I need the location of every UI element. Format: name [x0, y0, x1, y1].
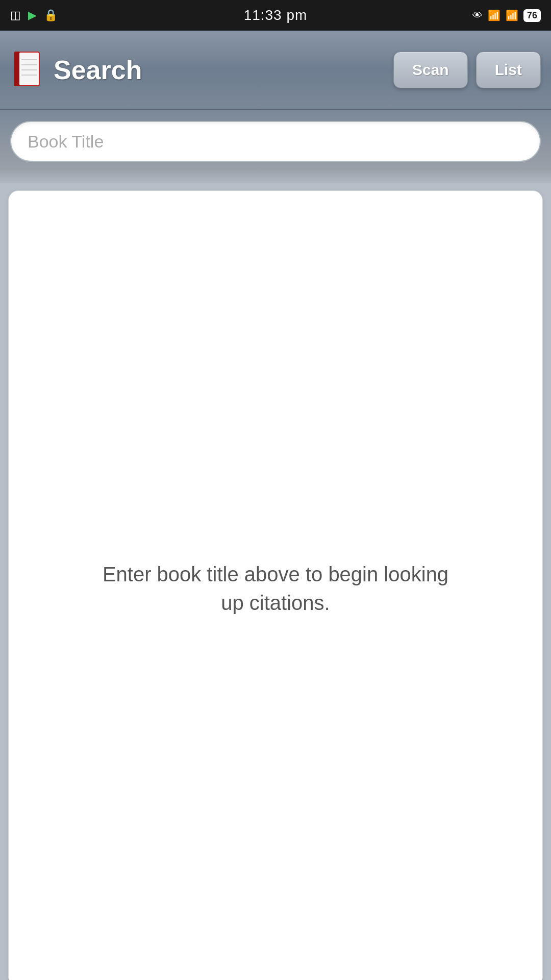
status-bar-right: 👁 📶 📶 76 — [472, 9, 541, 22]
status-time: 11:33 pm — [244, 7, 308, 23]
content-area: Enter book title above to begin looking … — [0, 183, 551, 980]
divider — [0, 169, 551, 183]
results-card: Enter book title above to begin looking … — [8, 190, 543, 980]
signal-icon: 📶 — [506, 9, 518, 21]
empty-state-message: Enter book title above to begin looking … — [97, 560, 454, 617]
status-bar-left: ◫ ▶ 🔒 — [10, 9, 58, 22]
status-bar: ◫ ▶ 🔒 11:33 pm 👁 📶 📶 76 — [0, 0, 551, 31]
toolbar-buttons: Scan List — [393, 52, 541, 88]
wifi-icon: 📶 — [488, 9, 500, 21]
search-area — [0, 110, 551, 169]
battery-level: 76 — [523, 9, 541, 22]
scan-button[interactable]: Scan — [393, 52, 468, 88]
book-title-input[interactable] — [10, 121, 541, 162]
send-icon: ▶ — [28, 9, 37, 22]
toolbar: Search Scan List — [0, 31, 551, 110]
eye-icon: 👁 — [472, 10, 483, 21]
svg-rect-2 — [19, 53, 39, 85]
list-button[interactable]: List — [476, 52, 541, 88]
app-logo — [10, 50, 43, 90]
app-title: Search — [54, 55, 383, 85]
image-icon: ◫ — [10, 9, 21, 22]
lock-icon: 🔒 — [44, 9, 58, 22]
svg-rect-1 — [14, 52, 19, 86]
